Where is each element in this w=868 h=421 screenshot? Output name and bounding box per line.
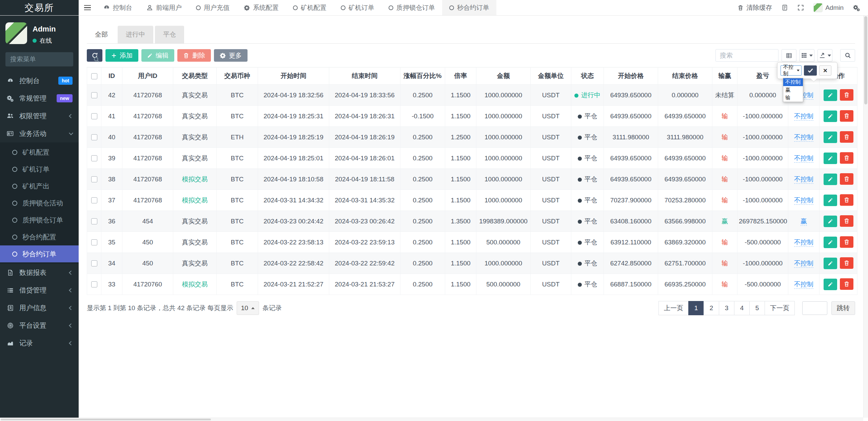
page-jump-input[interactable] (802, 301, 827, 315)
columns-button[interactable] (800, 49, 814, 62)
more-button[interactable]: 更多 (214, 49, 248, 62)
row-edit-button[interactable] (824, 216, 837, 227)
edit-button[interactable]: 编辑 (141, 49, 174, 62)
top-tab[interactable]: 前端用户 (139, 0, 189, 15)
filter-tab[interactable]: 进行中 (118, 26, 153, 43)
row-delete-button[interactable] (840, 173, 853, 185)
select-option[interactable]: 赢 (783, 86, 803, 94)
page-button[interactable]: 2 (704, 301, 719, 315)
top-tab[interactable]: 秒合约订单 (442, 0, 496, 15)
row-delete-button[interactable] (840, 89, 853, 101)
detail-view-button[interactable] (782, 49, 796, 62)
sidebar-item[interactable]: 控制台hot (0, 72, 79, 89)
row-edit-button[interactable] (824, 195, 837, 206)
sidebar-item[interactable]: 数据报表 (0, 264, 79, 281)
sidebar-item[interactable]: 权限管理 (0, 107, 79, 125)
page-button[interactable]: 4 (734, 301, 750, 315)
row-delete-button[interactable] (840, 110, 853, 122)
confirm-button[interactable] (804, 65, 817, 76)
control-link[interactable]: 不控制 (794, 260, 813, 268)
sidebar-item[interactable]: 平台设置 (0, 317, 79, 334)
page-button[interactable]: 3 (719, 301, 734, 315)
sidebar-toggle-icon[interactable] (79, 0, 96, 15)
fullscreen-button[interactable] (797, 4, 804, 11)
row-edit-button[interactable] (824, 258, 837, 269)
select-option[interactable]: 输 (783, 94, 803, 102)
row-checkbox[interactable] (91, 113, 97, 119)
top-tab[interactable]: 矿机配置 (286, 0, 334, 15)
cancel-button[interactable]: ✕ (819, 65, 831, 76)
user-menu[interactable]: Admin (813, 3, 844, 12)
control-link[interactable]: 不控制 (794, 155, 813, 163)
control-link[interactable]: 不控制 (794, 197, 813, 205)
row-delete-button[interactable] (840, 278, 853, 290)
row-checkbox[interactable] (91, 176, 97, 182)
sidebar-item[interactable]: 业务活动 (0, 125, 79, 142)
control-link[interactable]: 不控制 (794, 113, 813, 121)
top-tab[interactable]: 质押锁仓订单 (381, 0, 442, 15)
settings-button[interactable] (853, 4, 860, 11)
page-button[interactable]: 5 (749, 301, 765, 315)
page-button[interactable]: 下一页 (765, 301, 795, 315)
row-edit-button[interactable] (824, 89, 837, 101)
row-delete-button[interactable] (840, 215, 853, 227)
row-checkbox[interactable] (91, 134, 97, 140)
control-link[interactable]: 不控制 (794, 281, 813, 289)
row-edit-button[interactable] (824, 153, 837, 164)
top-tab[interactable]: 用户充值 (189, 0, 237, 15)
sidebar-search-input[interactable] (10, 56, 93, 63)
add-button[interactable]: 添加 (105, 49, 138, 62)
sidebar-subitem[interactable]: 矿机配置 (0, 144, 79, 161)
select-all-checkbox[interactable] (91, 73, 97, 79)
search-button[interactable] (840, 49, 855, 62)
export-button[interactable] (817, 49, 832, 62)
row-delete-button[interactable] (840, 194, 853, 206)
control-link[interactable]: 不控制 (794, 176, 813, 184)
control-link[interactable]: 赢 (801, 218, 807, 226)
row-checkbox[interactable] (91, 197, 97, 203)
row-delete-button[interactable] (840, 236, 853, 248)
sidebar-subitem[interactable]: 秒合约配置 (0, 228, 79, 245)
page-size-select[interactable]: 10 (237, 301, 259, 315)
row-edit-button[interactable] (824, 279, 837, 290)
row-edit-button[interactable] (824, 237, 837, 248)
row-checkbox[interactable] (91, 155, 97, 161)
row-delete-button[interactable] (840, 152, 853, 164)
filter-tab[interactable]: 平仓 (155, 26, 184, 43)
page-button[interactable]: 上一页 (658, 301, 689, 315)
page-jump-button[interactable]: 跳转 (831, 301, 855, 315)
table-search-input[interactable] (715, 49, 778, 62)
sidebar-item[interactable]: 借贷管理 (0, 281, 79, 299)
control-link[interactable]: 不控制 (794, 239, 813, 247)
page-button[interactable]: 1 (688, 301, 704, 315)
filter-tab[interactable]: 全部 (87, 26, 116, 43)
row-checkbox[interactable] (91, 260, 97, 266)
sidebar-item[interactable]: 记录 (0, 334, 79, 352)
row-delete-button[interactable] (840, 257, 853, 269)
row-edit-button[interactable] (824, 174, 837, 185)
select-option[interactable]: 不控制 (783, 78, 803, 86)
sidebar-subitem[interactable]: 质押锁仓订单 (0, 212, 79, 228)
delete-button[interactable]: 删除 (177, 49, 211, 62)
row-checkbox[interactable] (91, 239, 97, 245)
sidebar-subitem[interactable]: 矿机订单 (0, 161, 79, 178)
horizontal-scrollbar[interactable] (0, 418, 863, 421)
vertical-scrollbar[interactable] (863, 16, 868, 418)
row-checkbox[interactable] (91, 218, 97, 224)
log-button[interactable] (782, 4, 788, 11)
row-checkbox[interactable] (91, 92, 97, 98)
row-checkbox[interactable] (91, 281, 97, 287)
top-tab[interactable]: 系统配置 (237, 0, 286, 15)
clear-cache-button[interactable]: 清除缓存 (737, 3, 772, 12)
sidebar-subitem[interactable]: 质押锁仓活动 (0, 195, 79, 212)
top-tab[interactable]: 控制台 (96, 0, 139, 15)
control-link[interactable]: 不控制 (794, 134, 813, 142)
top-tab[interactable]: 矿机订单 (334, 0, 381, 15)
sidebar-subitem[interactable]: 秒合约订单 (0, 245, 79, 262)
row-edit-button[interactable] (824, 111, 837, 122)
control-select[interactable]: 不控制 (781, 65, 802, 76)
sidebar-item[interactable]: 用户信息 (0, 299, 79, 317)
sidebar-subitem[interactable]: 矿机产出 (0, 178, 79, 195)
row-edit-button[interactable] (824, 132, 837, 143)
sidebar-item[interactable]: 常规管理new (0, 89, 79, 107)
